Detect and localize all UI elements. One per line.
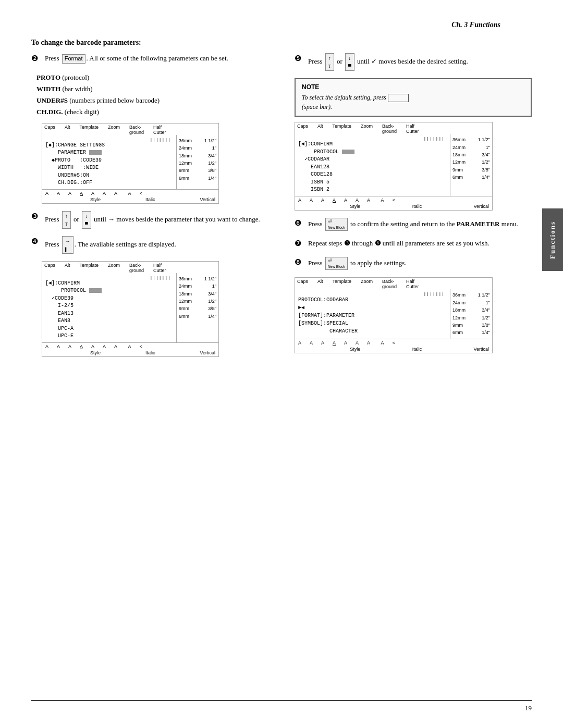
screen-4-dots: |||||||: [298, 291, 447, 296]
step-3-content: Press ↑T or ↓▀ until → moves beside the …: [45, 211, 268, 229]
step-7-num: ❼: [295, 238, 304, 250]
chapter-header: Ch. 3 Functions: [31, 21, 532, 29]
step-5-content: Press ↑T or ↓▀ until ✓ moves beside the …: [308, 53, 532, 71]
screen-4-bottom: A A A A A A A A <: [295, 339, 492, 347]
screen-1-sublabels: Style Italic Vertical: [42, 197, 218, 203]
chapter-title: Ch. 3 Functions: [451, 21, 500, 29]
screen-3-sublabels: Style Italic Vertical: [295, 204, 492, 210]
screen-4-labels: Caps Alt Template Zoom Back-ground HalfC…: [297, 279, 419, 289]
screen-3-labels: Caps Alt Template Zoom Back-ground HalfC…: [297, 124, 419, 134]
functions-tab: Functions: [542, 208, 563, 271]
down-key: ↓▀: [82, 211, 91, 229]
right-column: ❺ Press ↑T or ↓▀ until ✓ moves beside th…: [289, 53, 532, 364]
note-text: To select the default setting, press (sp…: [302, 93, 524, 112]
screen-1-content: [◆]:CHANGE SETTINGS PARAMETER █████ ◆PRO…: [45, 142, 173, 187]
enter-key-1: ⏎New Block: [325, 218, 348, 231]
section-title: To change the barcode parameters:: [31, 39, 532, 47]
format-key: Format: [62, 54, 85, 63]
step-2-content: Press Format. All or some of the followi…: [45, 53, 268, 64]
screen-2-panel: ||||||| [◄]:CONFIRM PROTOCOL █████ ✓CODE…: [42, 273, 177, 342]
enter-key-2: ⏎New Block: [325, 257, 348, 270]
step-3: ❸ Press ↑T or ↓▀ until → moves beside th…: [31, 211, 268, 229]
screen-3-panel: ||||||| [◄]:CONFIRM PROTOCOL █████ ✓CODA…: [295, 134, 450, 196]
step-6: ❻ Press ⏎New Block to confirm the settin…: [295, 218, 532, 231]
screen-2-top-bar: Caps Alt Template Zoom Back-ground HalfC…: [42, 262, 218, 273]
note-box: NOTE To select the default setting, pres…: [295, 78, 532, 117]
screen-3-body: ||||||| [◄]:CONFIRM PROTOCOL █████ ✓CODA…: [295, 134, 492, 196]
screen-4-panel: ||||||| PROTOCOL:CODABAR ►◀ [FORMAT]:PAR…: [295, 289, 450, 338]
screen-2-sublabels: Style Italic Vertical: [42, 350, 218, 356]
left-column: ❷ Press Format. All or some of the follo…: [31, 53, 274, 364]
step-4: ❹ Press →▌. The available settings are d…: [31, 236, 268, 254]
screen-3-content: [◄]:CONFIRM PROTOCOL █████ ✓CODABAR EAN1…: [298, 141, 447, 194]
step-3-num: ❸: [31, 211, 41, 223]
screen-2-dots: |||||||: [45, 275, 173, 280]
step-6-content: Press ⏎New Block to confirm the setting …: [308, 218, 532, 231]
screen-4-content: PROTOCOL:CODABAR ►◀ [FORMAT]:PARAMETER […: [298, 296, 447, 335]
screen-3: Caps Alt Template Zoom Back-ground HalfC…: [295, 122, 493, 211]
param-width: WIDTH (bar width): [36, 83, 268, 95]
screen-3-sidebar: 36mm1 1/2" 24mm1" 18mm3/4" 12mm1/2" 9mm3…: [450, 134, 492, 196]
screen-1: Caps Alt Template Zoom Back-ground HalfC…: [42, 123, 219, 204]
param-proto: PROTO (protocol): [36, 72, 268, 83]
step-4-num: ❹: [31, 236, 41, 248]
screen-2-bottom: A A A A A A A A <: [42, 342, 218, 350]
screen-1-sidebar: 36mm1 1/2" 24mm1" 18mm3/4" 12mm1/2" 9mm3…: [177, 135, 218, 189]
main-content: ❷ Press Format. All or some of the follo…: [31, 53, 532, 364]
down-key-2: ↓▀: [345, 53, 354, 71]
screen-1-panel: ||||||| [◆]:CHANGE SETTINGS PARAMETER ██…: [42, 135, 177, 189]
screen-1-bottom: A A A A A A A A <: [42, 189, 218, 197]
param-chdig: CH.DIG. (check digit): [36, 106, 268, 118]
param-under: UNDER#S (numbers printed below barcode): [36, 95, 268, 106]
step-2-num: ❷: [31, 53, 41, 65]
screen-4-sidebar: 36mm1 1/2" 24mm1" 18mm3/4" 12mm1/2" 9mm3…: [450, 289, 492, 338]
screen-1-labels: Caps Alt Template Zoom Back-ground HalfC…: [44, 125, 166, 135]
functions-tab-label: Functions: [548, 221, 557, 259]
page-number: 19: [525, 704, 532, 712]
step-8-content: Press ⏎New Block to apply the settings.: [308, 257, 532, 270]
screen-4-top-bar: Caps Alt Template Zoom Back-ground HalfC…: [295, 278, 492, 289]
screen-2-sidebar: 36mm1 1/2" 24mm1" 18mm3/4" 12mm1/2" 9mm3…: [177, 273, 218, 342]
step-4-content: Press →▌. The available settings are dis…: [45, 236, 268, 254]
up-key-2: ↑T: [325, 53, 334, 71]
step-5-num: ❺: [295, 53, 304, 65]
page: Ch. 3 Functions To change the barcode pa…: [0, 0, 563, 728]
step-6-num: ❻: [295, 217, 304, 229]
screen-3-dots: |||||||: [298, 136, 447, 141]
screen-4-sublabels: Style Italic Vertical: [295, 347, 492, 353]
step-8: ❽ Press ⏎New Block to apply the settings…: [295, 257, 532, 270]
right-key: →▌: [62, 236, 74, 254]
step-7: ❼ Repeat steps ❸ through ❻ until all par…: [295, 238, 532, 250]
screen-2-labels: Caps Alt Template Zoom Back-ground HalfC…: [44, 263, 166, 273]
step-7-content: Repeat steps ❸ through ❻ until all param…: [308, 238, 532, 249]
page-footer: 19: [31, 700, 532, 712]
screen-1-top-bar: Caps Alt Template Zoom Back-ground HalfC…: [42, 124, 218, 135]
step-8-num: ❽: [295, 256, 304, 268]
screen-4-body: ||||||| PROTOCOL:CODABAR ►◀ [FORMAT]:PAR…: [295, 289, 492, 338]
space-key: [388, 94, 409, 102]
note-title: NOTE: [302, 83, 524, 91]
screen-4: Caps Alt Template Zoom Back-ground HalfC…: [295, 277, 493, 353]
screen-2-body: ||||||| [◄]:CONFIRM PROTOCOL █████ ✓CODE…: [42, 273, 218, 342]
screen-2-content: [◄]:CONFIRM PROTOCOL █████ ✓CODE39 I-2/5…: [45, 280, 173, 340]
step-2: ❷ Press Format. All or some of the follo…: [31, 53, 268, 65]
screen-2: Caps Alt Template Zoom Back-ground HalfC…: [42, 261, 219, 357]
screen-3-bottom: A A A A A A A A <: [295, 196, 492, 204]
screen-1-body: ||||||| [◆]:CHANGE SETTINGS PARAMETER ██…: [42, 135, 218, 189]
up-key: ↑T: [62, 211, 71, 229]
param-list: PROTO (protocol) WIDTH (bar width) UNDER…: [36, 72, 268, 118]
step-5: ❺ Press ↑T or ↓▀ until ✓ moves beside th…: [295, 53, 532, 71]
screen-3-top-bar: Caps Alt Template Zoom Back-ground HalfC…: [295, 122, 492, 134]
screen-1-dots: |||||||: [45, 137, 173, 142]
